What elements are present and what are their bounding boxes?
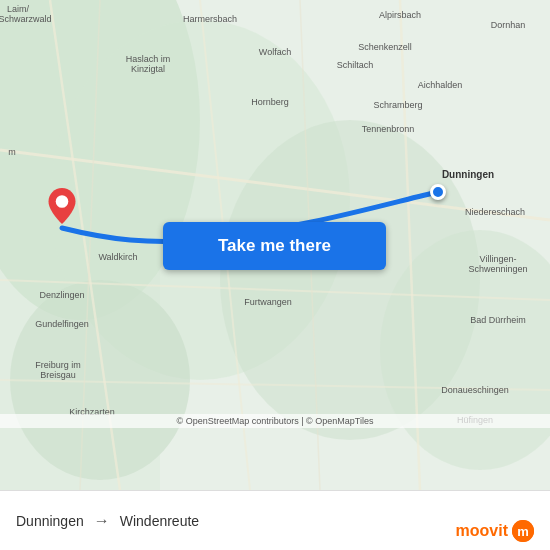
svg-text:Niedereschach: Niedereschach (465, 207, 525, 217)
svg-text:Laim/: Laim/ (7, 4, 30, 14)
svg-text:Schramberg: Schramberg (373, 100, 422, 110)
svg-text:Bad Dürrheim: Bad Dürrheim (470, 315, 526, 325)
svg-text:Gundelfingen: Gundelfingen (35, 319, 89, 329)
svg-text:Alpirsbach: Alpirsbach (379, 10, 421, 20)
svg-text:Schwenningen: Schwenningen (468, 264, 527, 274)
map-attribution: © OpenStreetMap contributors | © OpenMap… (0, 414, 550, 428)
moovit-logo: moovit m (456, 520, 534, 542)
svg-text:Schiltach: Schiltach (337, 60, 374, 70)
svg-text:Dunningen: Dunningen (442, 169, 494, 180)
moovit-brand-icon: m (512, 520, 534, 542)
destination-marker (47, 188, 77, 228)
svg-text:Furtwangen: Furtwangen (244, 297, 292, 307)
origin-label: Dunningen (16, 513, 84, 529)
svg-text:Freiburg im: Freiburg im (35, 360, 81, 370)
svg-text:Breisgau: Breisgau (40, 370, 76, 380)
svg-text:Kinzigtal: Kinzigtal (131, 64, 165, 74)
svg-text:Tennenbronn: Tennenbronn (362, 124, 415, 134)
map-container: Harmersbach Alpirsbach Dornhan Wolfach S… (0, 0, 550, 490)
svg-text:Schwarzwald: Schwarzwald (0, 14, 52, 24)
svg-text:Wolfach: Wolfach (259, 47, 291, 57)
svg-point-44 (56, 195, 69, 208)
svg-text:Denzlingen: Denzlingen (39, 290, 84, 300)
svg-text:Harmersbach: Harmersbach (183, 14, 237, 24)
svg-text:Villingen-: Villingen- (480, 254, 517, 264)
bottom-bar: Dunningen → Windenreute moovit m (0, 490, 550, 550)
svg-text:m: m (8, 147, 16, 157)
arrow-icon: → (94, 512, 110, 530)
svg-text:m: m (517, 524, 529, 539)
take-me-there-button[interactable]: Take me there (163, 222, 386, 270)
svg-text:Hornberg: Hornberg (251, 97, 289, 107)
svg-text:Waldkirch: Waldkirch (98, 252, 137, 262)
moovit-brand-text: moovit (456, 522, 508, 540)
svg-text:Aichhalden: Aichhalden (418, 80, 463, 90)
svg-text:Haslach im: Haslach im (126, 54, 171, 64)
destination-label: Windenreute (120, 513, 199, 529)
origin-marker (430, 184, 446, 200)
svg-text:Dornhan: Dornhan (491, 20, 526, 30)
svg-text:Donaueschingen: Donaueschingen (441, 385, 509, 395)
svg-text:Schenkenzell: Schenkenzell (358, 42, 412, 52)
